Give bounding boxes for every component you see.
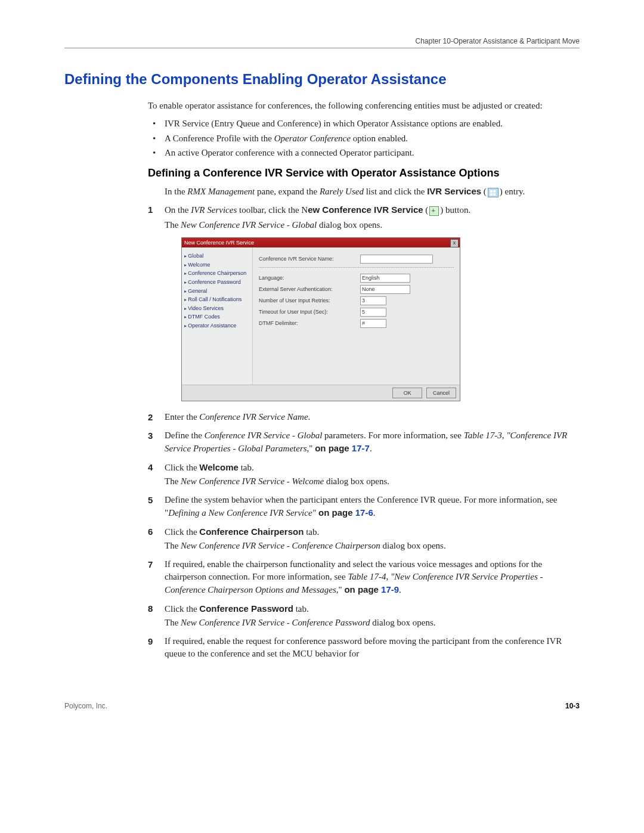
cancel-button: Cancel xyxy=(426,388,456,398)
step-3: Define the Conference IVR Service - Glob… xyxy=(148,429,580,455)
bullet-item: IVR Service (Entry Queue and Conference)… xyxy=(148,117,580,129)
nav-rollcall: Roll Call / Notifications xyxy=(184,296,250,304)
step-9: If required, enable the request for conf… xyxy=(148,635,580,660)
lead-paragraph: In the RMX Management pane, expand the R… xyxy=(165,185,580,197)
new-ivr-icon xyxy=(429,206,439,216)
name-label: Conference IVR Service Name: xyxy=(259,255,360,263)
ext-field: None xyxy=(360,285,410,294)
step-7: If required, enable the chairperson func… xyxy=(148,558,580,596)
dialog-form: Conference IVR Service Name: Language: E… xyxy=(253,247,460,385)
nav-operator: Operator Assistance xyxy=(184,322,250,330)
ext-label: External Server Authentication: xyxy=(259,286,360,293)
nav-general: General xyxy=(184,287,250,295)
step-4: Click the Welcome tab. The New Conferenc… xyxy=(148,461,580,488)
bullet-item: An active Operator conference with a con… xyxy=(148,147,580,159)
step-6: Click the Conference Chairperson tab. Th… xyxy=(148,525,580,552)
page-title: Defining the Components Enabling Operato… xyxy=(64,71,580,88)
dialog-footer: OK Cancel xyxy=(182,385,460,401)
retries-field: 3 xyxy=(360,296,386,305)
nav-dtmf: DTMF Codes xyxy=(184,313,250,321)
nav-password: Conference Password xyxy=(184,278,250,286)
bullet-list: IVR Service (Entry Queue and Conference)… xyxy=(148,117,580,159)
xref-17-9: 17-9 xyxy=(381,584,399,594)
retries-label: Number of User Input Retries: xyxy=(259,297,360,305)
xref-17-6: 17-6 xyxy=(355,507,373,518)
step-2: Enter the Conference IVR Service Name. xyxy=(148,411,580,423)
nav-global: Global xyxy=(184,252,250,260)
dialog-nav: Global Welcome Conference Chairperson Co… xyxy=(182,247,253,385)
running-header: Chapter 10-Operator Assistance & Partici… xyxy=(64,37,580,45)
nav-chairperson: Conference Chairperson xyxy=(184,270,250,277)
ok-button: OK xyxy=(392,388,422,398)
page-number: 10-3 xyxy=(565,702,580,710)
bullet-item: A Conference Profile with the Operator C… xyxy=(148,132,580,144)
nav-video: Video Services xyxy=(184,305,250,312)
name-field xyxy=(360,255,433,264)
page-footer: Polycom, Inc. 10-3 xyxy=(64,702,580,710)
step-8: Click the Conference Password tab. The N… xyxy=(148,602,580,629)
subsection-title: Defining a Conference IVR Service with O… xyxy=(148,167,580,179)
delim-label: DTMF Delimiter: xyxy=(259,320,360,327)
delim-field: # xyxy=(360,319,386,328)
timeout-label: Timeout for User Input (Sec): xyxy=(259,308,360,316)
timeout-field: 5 xyxy=(360,308,386,317)
nav-welcome: Welcome xyxy=(184,261,250,269)
header-rule xyxy=(64,48,580,48)
ivr-services-icon xyxy=(488,188,499,197)
step-1: On the IVR Services toolbar, click the N… xyxy=(148,203,580,401)
lang-label: Language: xyxy=(259,274,360,282)
close-icon: x xyxy=(450,239,459,247)
dialog-screenshot: New Conference IVR Service x Global Welc… xyxy=(181,237,460,401)
intro-text: To enable operator assistance for confer… xyxy=(148,100,580,112)
step-list: On the IVR Services toolbar, click the N… xyxy=(148,203,580,660)
dialog-titlebar: New Conference IVR Service x xyxy=(182,238,460,247)
step-5: Define the system behavior when the part… xyxy=(148,494,580,519)
xref-17-7: 17-7 xyxy=(352,443,370,453)
lang-field: English xyxy=(360,274,410,283)
footer-left: Polycom, Inc. xyxy=(64,702,107,710)
